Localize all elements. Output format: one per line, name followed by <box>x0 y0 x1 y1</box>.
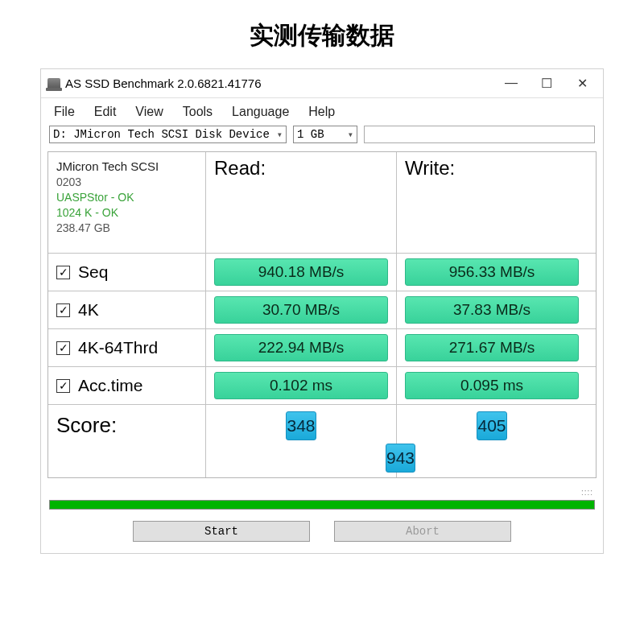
block-status: 1024 K - OK <box>56 205 197 221</box>
size-select[interactable]: 1 GB ▾ <box>293 126 357 143</box>
menu-view[interactable]: View <box>127 103 171 121</box>
4k64-read-value: 222.94 MB/s <box>214 334 388 361</box>
seq-write-value: 956.33 MB/s <box>405 258 579 286</box>
menu-file[interactable]: File <box>46 103 83 121</box>
menubar: File Edit View Tools Language Help <box>41 98 603 122</box>
row-acc-label: ✓ Acc.time <box>48 367 205 404</box>
4k64-checkbox[interactable]: ✓ <box>56 341 70 355</box>
write-header: Write: <box>396 152 587 253</box>
acc-label: Acc.time <box>78 376 143 395</box>
score-label: Score: <box>48 405 205 477</box>
4k-checkbox[interactable]: ✓ <box>56 303 70 317</box>
row-seq-label: ✓ Seq <box>48 254 205 291</box>
device-select-value: D: JMicron Tech SCSI Disk Device <box>53 128 270 141</box>
uasp-status: UASPStor - OK <box>56 190 197 205</box>
window-title: AS SSD Benchmark 2.0.6821.41776 <box>65 76 502 90</box>
menu-language[interactable]: Language <box>224 103 297 121</box>
4k64-write-value: 271.67 MB/s <box>405 334 579 361</box>
titlebar: AS SSD Benchmark 2.0.6821.41776 — ☐ ✕ <box>41 69 603 98</box>
start-button[interactable]: Start <box>133 521 310 542</box>
score-total: 943 <box>386 444 415 473</box>
resize-grip-icon[interactable]: :::: <box>49 488 595 497</box>
read-header: Read: <box>205 152 396 253</box>
close-button[interactable]: ✕ <box>572 76 592 91</box>
acc-checkbox[interactable]: ✓ <box>56 379 70 393</box>
size-select-value: 1 GB <box>297 128 324 141</box>
page-heading: 实测传输数据 <box>0 19 644 52</box>
device-code: 0203 <box>56 175 197 190</box>
4k64-label: 4K-64Thrd <box>78 338 158 357</box>
score-write: 405 <box>477 411 506 440</box>
chevron-down-icon: ▾ <box>348 129 353 141</box>
device-name: JMicron Tech SCSI <box>56 159 197 175</box>
row-4k-label: ✓ 4K <box>48 291 205 328</box>
4k-label: 4K <box>78 300 99 320</box>
abort-button: Abort <box>334 521 511 542</box>
score-read: 348 <box>286 411 316 440</box>
acc-read-value: 0.102 ms <box>214 372 388 399</box>
device-info-panel: JMicron Tech SCSI 0203 UASPStor - OK 102… <box>48 152 205 253</box>
menu-tools[interactable]: Tools <box>175 103 221 121</box>
minimize-button[interactable]: — <box>502 76 521 91</box>
seq-read-value: 940.18 MB/s <box>214 258 388 286</box>
device-select[interactable]: D: JMicron Tech SCSI Disk Device ▾ <box>49 126 287 143</box>
seq-checkbox[interactable]: ✓ <box>56 266 70 279</box>
menu-help[interactable]: Help <box>300 103 343 121</box>
menu-edit[interactable]: Edit <box>86 103 125 121</box>
spare-field <box>364 126 595 143</box>
4k-write-value: 37.83 MB/s <box>405 296 579 324</box>
row-4k64-label: ✓ 4K-64Thrd <box>48 329 205 366</box>
progress-bar <box>49 500 595 510</box>
chevron-down-icon: ▾ <box>277 129 283 141</box>
results-grid: JMicron Tech SCSI 0203 UASPStor - OK 102… <box>47 151 597 478</box>
acc-write-value: 0.095 ms <box>405 372 579 399</box>
seq-label: Seq <box>78 262 108 282</box>
app-window: AS SSD Benchmark 2.0.6821.41776 — ☐ ✕ Fi… <box>40 68 604 554</box>
maximize-button[interactable]: ☐ <box>537 76 556 91</box>
4k-read-value: 30.70 MB/s <box>214 296 388 324</box>
device-capacity: 238.47 GB <box>56 221 197 236</box>
app-icon <box>47 78 60 89</box>
